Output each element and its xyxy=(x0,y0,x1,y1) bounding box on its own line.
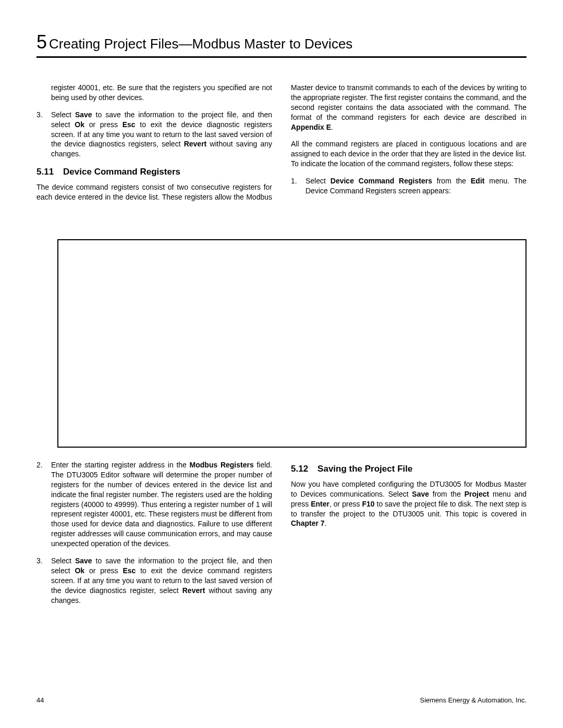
text: field. The DTU3005 Editor software will … xyxy=(51,461,272,548)
text: Select xyxy=(51,110,75,119)
section-5-11-para-2: All the command registers are placed in … xyxy=(291,139,527,169)
text: . xyxy=(325,519,327,527)
revert-bold: Revert xyxy=(182,586,205,595)
page-footer: 44 Siemens Energy & Automation, Inc. xyxy=(36,696,527,704)
list-number: 1. xyxy=(291,176,297,186)
list-number: 3. xyxy=(36,110,43,120)
intro-para-continued: register 40001, etc. Be sure that the re… xyxy=(36,83,272,103)
footer-company: Siemens Energy & Automation, Inc. xyxy=(420,696,527,704)
save-bold: Save xyxy=(75,557,92,565)
enter-bold: Enter xyxy=(311,500,329,508)
text: Select xyxy=(51,557,75,565)
section-title: Device Command Registers xyxy=(63,167,180,177)
list-item-3-bottom: 3. Select Save to save the information t… xyxy=(36,556,272,605)
appendix-e-bold: Appendix E xyxy=(291,123,331,131)
chapter-title: Creating Project Files—Modbus Master to … xyxy=(49,36,352,52)
text: Enter the starting register address in t… xyxy=(51,461,190,469)
list-item-2: 2. Enter the starting register address i… xyxy=(36,460,272,549)
text: , or press xyxy=(329,500,362,508)
section-heading-5-11: 5.11Device Command Registers xyxy=(36,166,272,178)
section-num: 5.11 xyxy=(36,167,54,177)
lower-content: 2. Enter the starting register address i… xyxy=(36,460,527,612)
list-number: 3. xyxy=(36,556,43,566)
ok-bold: Ok xyxy=(75,566,84,575)
section-title: Saving the Project File xyxy=(317,464,412,474)
section-heading-5-12: 5.12Saving the Project File xyxy=(291,463,527,475)
ok-bold: Ok xyxy=(75,120,84,129)
save-bold: Save xyxy=(412,490,429,498)
section-5-12-para: Now you have completed configuring the D… xyxy=(291,479,527,528)
device-command-registers-bold: Device Command Registers xyxy=(331,177,432,185)
text: Select xyxy=(305,177,331,185)
revert-bold: Revert xyxy=(184,140,207,148)
list-item-1: 1. Select Device Command Registers from … xyxy=(291,176,527,196)
page-number: 44 xyxy=(36,696,44,704)
f10-bold: F10 xyxy=(362,500,374,508)
project-bold: Project xyxy=(464,490,489,498)
text: . xyxy=(331,123,333,131)
text: from the xyxy=(432,177,471,185)
chapter-number: 5 xyxy=(36,31,47,53)
chapter-7-bold: Chapter 7 xyxy=(291,519,325,527)
save-bold: Save xyxy=(75,110,92,119)
upper-content: register 40001, etc. Be sure that the re… xyxy=(36,83,527,203)
section-num: 5.12 xyxy=(291,464,308,474)
text: or press xyxy=(84,120,123,129)
esc-bold: Esc xyxy=(123,120,136,129)
modbus-registers-bold: Modbus Registers xyxy=(190,461,254,469)
text: or press xyxy=(84,566,123,575)
page-header: 5 Creating Project Files—Modbus Master t… xyxy=(36,31,527,58)
list-number: 2. xyxy=(36,460,43,470)
figure-placeholder xyxy=(57,239,527,448)
text: from the xyxy=(429,490,464,498)
esc-bold: Esc xyxy=(123,566,136,575)
list-item-3-top: 3. Select Save to save the information t… xyxy=(36,110,272,159)
edit-bold: Edit xyxy=(471,177,484,185)
